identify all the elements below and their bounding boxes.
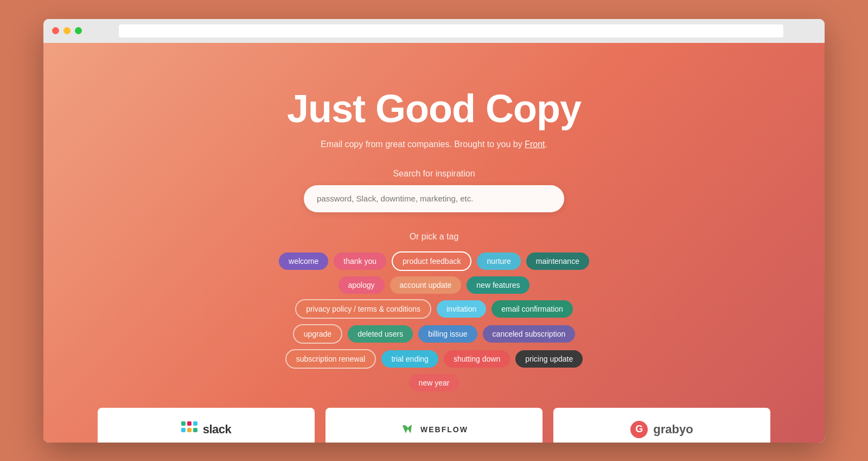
tags-row-4: upgrade deleted users billing issue canc…	[293, 324, 575, 344]
slack-icon	[181, 421, 197, 438]
tag-privacy-policy[interactable]: privacy policy / terms & conditions	[295, 299, 431, 319]
search-input[interactable]	[317, 194, 551, 203]
traffic-light-yellow[interactable]	[63, 27, 71, 34]
tags-container: welcome thank you product feedback nurtu…	[279, 251, 589, 391]
tag-deleted-users[interactable]: deleted users	[348, 325, 413, 343]
tag-shutting-down[interactable]: shutting down	[444, 350, 510, 368]
tag-pricing-update[interactable]: pricing update	[515, 350, 583, 368]
grabyo-card[interactable]: G grabyo	[553, 408, 770, 443]
pick-tag-label: Or pick a tag	[410, 232, 459, 242]
tags-row-6: new year	[409, 374, 459, 391]
tag-nurture[interactable]: nurture	[477, 252, 520, 270]
subtitle: Email copy from great companies. Brought…	[321, 140, 547, 149]
slack-label: slack	[203, 422, 232, 437]
page-content: Just Good Copy Email copy from great com…	[43, 43, 825, 443]
subtitle-text: Email copy from great companies. Brought…	[321, 140, 525, 149]
tag-email-confirmation[interactable]: email confirmation	[492, 300, 573, 318]
tags-row-3: privacy policy / terms & conditions invi…	[295, 299, 573, 319]
svg-rect-4	[193, 428, 197, 432]
tag-apology[interactable]: apology	[339, 276, 385, 294]
grabyo-logo: G grabyo	[630, 421, 693, 438]
svg-rect-5	[193, 421, 197, 426]
address-bar[interactable]	[119, 24, 783, 37]
tags-row-2: apology account update new features	[339, 276, 530, 294]
traffic-light-green[interactable]	[75, 27, 82, 34]
svg-rect-1	[181, 421, 186, 426]
webflow-icon	[400, 421, 416, 438]
browser-chrome	[43, 19, 825, 43]
tag-maintenance[interactable]: maintenance	[526, 252, 589, 270]
cards-section: slack WEBFLOW G grabyo	[43, 408, 825, 443]
tag-account-update[interactable]: account update	[390, 276, 462, 294]
tag-product-feedback[interactable]: product feedback	[392, 251, 471, 271]
webflow-label: WEBFLOW	[420, 425, 468, 434]
webflow-logo: WEBFLOW	[400, 421, 468, 438]
tags-row-5: subscription renewal trial ending shutti…	[285, 349, 583, 369]
tag-upgrade[interactable]: upgrade	[293, 324, 342, 344]
grabyo-icon: G	[630, 421, 648, 438]
tag-canceled-subscription[interactable]: canceled subscription	[483, 325, 576, 343]
tags-row-1: welcome thank you product feedback nurtu…	[279, 251, 589, 271]
slack-logo: slack	[181, 421, 232, 438]
slack-card[interactable]: slack	[98, 408, 315, 443]
search-label: Search for inspiration	[393, 169, 475, 179]
tag-welcome[interactable]: welcome	[279, 252, 328, 270]
webflow-card[interactable]: WEBFLOW	[326, 408, 542, 443]
tag-trial-ending[interactable]: trial ending	[381, 350, 438, 368]
grabyo-label: grabyo	[653, 422, 693, 437]
traffic-light-red[interactable]	[52, 27, 59, 34]
tag-invitation[interactable]: invitation	[437, 300, 486, 318]
svg-rect-3	[187, 421, 192, 426]
front-link[interactable]: Front	[525, 140, 545, 149]
tag-new-features[interactable]: new features	[467, 276, 529, 294]
tag-subscription-renewal[interactable]: subscription renewal	[285, 349, 376, 369]
browser-window: Just Good Copy Email copy from great com…	[43, 19, 825, 443]
svg-rect-0	[181, 428, 186, 432]
search-bar[interactable]	[304, 185, 564, 212]
tag-thank-you[interactable]: thank you	[334, 252, 386, 270]
tag-billing-issue[interactable]: billing issue	[418, 325, 477, 343]
main-title: Just Good Copy	[287, 86, 581, 131]
hero-section: Just Good Copy Email copy from great com…	[43, 43, 825, 408]
svg-rect-2	[187, 428, 192, 432]
tag-new-year[interactable]: new year	[409, 374, 459, 391]
subtitle-period: .	[545, 140, 547, 149]
